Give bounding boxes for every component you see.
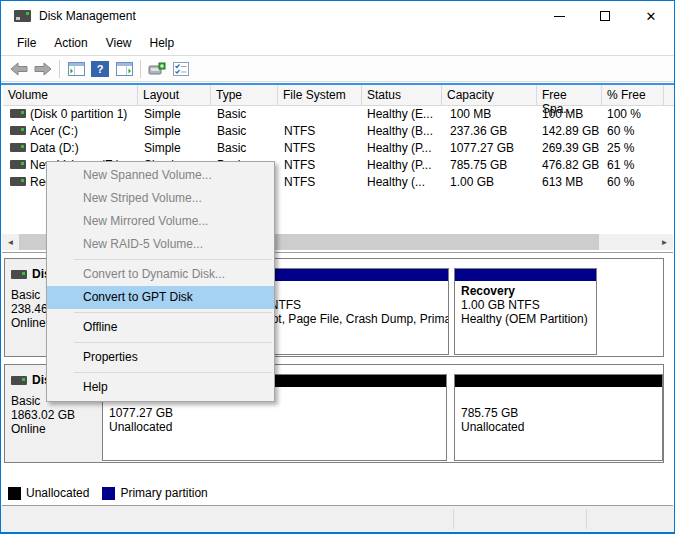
- volume-row-disk0-partition1[interactable]: (Disk 0 partition 1) Simple Basic Health…: [2, 105, 673, 122]
- menu-separator: [74, 259, 272, 260]
- menu-view[interactable]: View: [97, 33, 141, 53]
- cell-freespace: 269.39 GB: [542, 141, 599, 155]
- scroll-right-icon[interactable]: ►: [656, 234, 673, 250]
- column-header-pctfree[interactable]: % Free: [602, 85, 664, 106]
- disk-icon: [11, 270, 27, 279]
- menu-item-properties[interactable]: Properties: [47, 346, 274, 369]
- disk-status: Online: [11, 316, 46, 330]
- disk-icon: [11, 376, 27, 385]
- menu-separator: [74, 312, 272, 313]
- cell-freespace: 613 MB: [542, 175, 583, 189]
- volume-icon: [10, 109, 26, 118]
- close-button[interactable]: ✕: [628, 1, 674, 31]
- column-header-freespace[interactable]: Free Spa...: [537, 85, 602, 106]
- minimize-icon: [554, 16, 565, 17]
- unallocated-swatch: [8, 487, 21, 500]
- cell-layout: Simple: [144, 107, 181, 121]
- menu-item-new-raid5-volume[interactable]: New RAID-5 Volume...: [47, 233, 274, 256]
- legend-label-unallocated: Unallocated: [26, 486, 89, 500]
- minimize-button[interactable]: [536, 1, 582, 31]
- cell-volume: Data (D:): [30, 141, 79, 155]
- toolbar: ?: [1, 57, 674, 82]
- cell-pctfree: 61 %: [607, 158, 634, 172]
- column-header-filler: [664, 85, 675, 106]
- column-header-status[interactable]: Status: [362, 85, 442, 106]
- cell-capacity: 100 MB: [450, 107, 491, 121]
- console-tree-icon[interactable]: [64, 59, 88, 80]
- cell-layout: Simple: [144, 124, 181, 138]
- cell-capacity: 1077.27 GB: [450, 141, 514, 155]
- partition-status: Unallocated: [109, 420, 172, 434]
- cell-freespace: 100 MB: [542, 107, 583, 121]
- maximize-button[interactable]: [582, 1, 628, 31]
- disk0-partition-recovery[interactable]: Recovery 1.00 GB NTFS Healthy (OEM Parti…: [454, 268, 597, 355]
- disk-size: 1863.02 GB: [11, 408, 75, 422]
- volume-row-data-d[interactable]: Data (D:) Simple Basic NTFS Healthy (P..…: [2, 139, 673, 156]
- cell-status: Healthy (E...: [367, 107, 433, 121]
- cell-status: Healthy (P...: [367, 141, 431, 155]
- partition-status: Healthy (OEM Partition): [461, 312, 588, 326]
- partition-status: Unallocated: [461, 420, 524, 434]
- column-header-volume[interactable]: Volume: [3, 85, 138, 106]
- disk-type: Basic: [11, 288, 40, 302]
- cell-capacity: 1.00 GB: [450, 175, 494, 189]
- menu-help[interactable]: Help: [141, 33, 184, 53]
- cell-pctfree: 100 %: [607, 107, 641, 121]
- action-pane-icon[interactable]: [112, 59, 136, 80]
- menu-file[interactable]: File: [8, 33, 45, 53]
- volume-row-acer-c[interactable]: Acer (C:) Simple Basic NTFS Healthy (B..…: [2, 122, 673, 139]
- cell-capacity: 785.75 GB: [450, 158, 507, 172]
- cell-status: Healthy (...: [367, 175, 425, 189]
- menu-bar: File Action View Help: [1, 31, 674, 56]
- partition-size: 785.75 GB: [461, 406, 518, 420]
- column-header-layout[interactable]: Layout: [138, 85, 211, 106]
- cell-type: Basic: [217, 107, 246, 121]
- menu-item-new-spanned-volume[interactable]: New Spanned Volume...: [47, 164, 274, 187]
- help-icon[interactable]: ?: [88, 59, 112, 80]
- cell-filesystem: NTFS: [284, 124, 315, 138]
- device-icon[interactable]: [145, 59, 169, 80]
- back-icon[interactable]: [7, 59, 31, 80]
- menu-action[interactable]: Action: [45, 33, 96, 53]
- partition-size: 1077.27 GB: [109, 406, 173, 420]
- cell-type: Basic: [217, 124, 246, 138]
- disk-status: Online: [11, 422, 46, 436]
- cell-capacity: 237.36 GB: [450, 124, 507, 138]
- scroll-left-icon[interactable]: ◄: [2, 234, 19, 250]
- menu-item-offline[interactable]: Offline: [47, 316, 274, 339]
- cell-pctfree: 60 %: [607, 124, 634, 138]
- legend: Unallocated Primary partition: [8, 486, 221, 500]
- statusbar-divider: [453, 509, 454, 529]
- column-header-filesystem[interactable]: File System: [278, 85, 362, 106]
- cell-volume: (Disk 0 partition 1): [30, 107, 127, 121]
- column-header-capacity[interactable]: Capacity: [442, 85, 537, 106]
- window-title: Disk Management: [39, 9, 136, 23]
- title-bar: Disk Management ✕: [1, 1, 674, 31]
- menu-separator: [74, 372, 272, 373]
- cell-status: Healthy (B...: [367, 124, 433, 138]
- cell-filesystem: NTFS: [284, 158, 315, 172]
- checklist-icon[interactable]: [169, 59, 193, 80]
- menu-item-convert-to-gpt-disk[interactable]: Convert to GPT Disk: [47, 286, 274, 309]
- disk1-unallocated-2[interactable]: 785.75 GB Unallocated: [454, 374, 663, 461]
- menu-item-convert-to-dynamic-disk[interactable]: Convert to Dynamic Disk...: [47, 263, 274, 286]
- cell-filesystem: NTFS: [284, 175, 315, 189]
- cell-type: Basic: [217, 141, 246, 155]
- disk-management-window: Disk Management ✕ File Action View Help …: [0, 0, 675, 534]
- menu-item-new-mirrored-volume[interactable]: New Mirrored Volume...: [47, 210, 274, 233]
- primary-partition-swatch: [102, 487, 115, 500]
- maximize-icon: [600, 11, 610, 21]
- cell-pctfree: 60 %: [607, 175, 634, 189]
- column-header-type[interactable]: Type: [211, 85, 278, 106]
- forward-icon[interactable]: [31, 59, 55, 80]
- toolbar-separator: [59, 60, 60, 78]
- cell-layout: Simple: [144, 141, 181, 155]
- statusbar-divider: [586, 509, 587, 529]
- partition-header-strip: [455, 269, 596, 281]
- partition-header-strip: [455, 375, 662, 387]
- volume-icon: [10, 126, 26, 135]
- menu-separator: [74, 342, 272, 343]
- status-bar: [1, 506, 674, 532]
- menu-item-help[interactable]: Help: [47, 376, 274, 399]
- menu-item-new-striped-volume[interactable]: New Striped Volume...: [47, 187, 274, 210]
